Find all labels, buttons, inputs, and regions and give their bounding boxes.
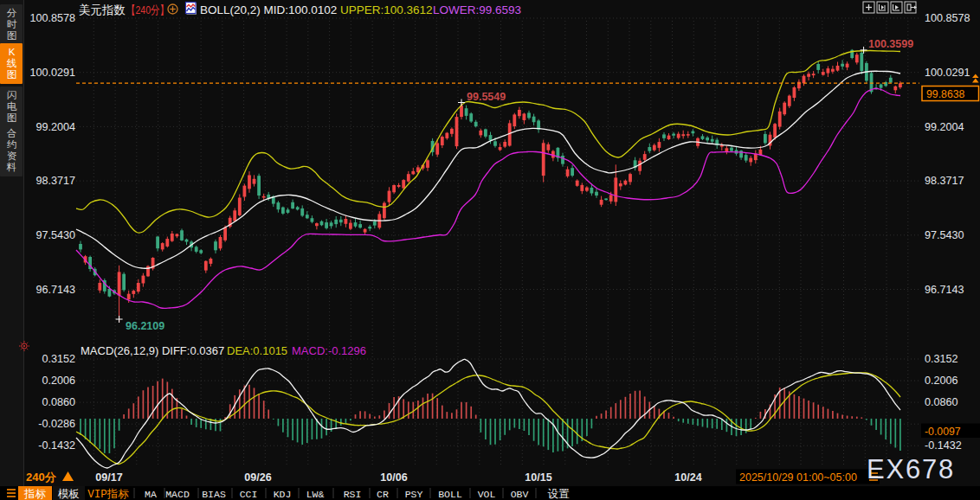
svg-text:OBV: OBV [511,489,529,500]
svg-text:CCI: CCI [240,489,258,500]
svg-text:0.3152: 0.3152 [925,353,958,365]
svg-text:97.5430: 97.5430 [35,229,75,241]
svg-text:09/17: 09/17 [95,471,122,484]
svg-text:闪: 闪 [7,90,17,100]
svg-text:分: 分 [7,8,17,18]
svg-text:96.7143: 96.7143 [925,284,964,296]
svg-text:10/15: 10/15 [525,471,551,484]
svg-text:99.2004: 99.2004 [35,121,75,133]
svg-text:图: 图 [7,69,17,80]
svg-text:98.3717: 98.3717 [35,175,75,187]
svg-text:CR: CR [377,489,389,500]
svg-text:RSI: RSI [344,489,362,500]
svg-text:UPPER:100.3612: UPPER:100.3612 [340,3,433,16]
svg-text:10/06: 10/06 [380,471,407,484]
svg-text:-0.0097: -0.0097 [925,426,961,438]
svg-text:KDJ: KDJ [274,489,292,500]
svg-text:DEA:0.1015: DEA:0.1015 [227,344,287,357]
svg-text:-0.1432: -0.1432 [38,439,75,452]
svg-text:99.2004: 99.2004 [925,121,964,133]
svg-text:99.5549: 99.5549 [467,91,506,103]
svg-text:合: 合 [7,128,17,138]
svg-text:MACD(26,12,9) DIFF:0.0367: MACD(26,12,9) DIFF:0.0367 [81,344,224,357]
svg-text:240分: 240分 [26,471,57,484]
svg-text:97.5430: 97.5430 [925,229,964,241]
svg-text:模板: 模板 [57,488,80,500]
svg-text:-0.1432: -0.1432 [925,439,962,452]
svg-text:0.3152: 0.3152 [42,353,75,365]
svg-text:09/26: 09/26 [244,471,271,484]
svg-text:0.0860: 0.0860 [42,396,75,408]
svg-text:0.2006: 0.2006 [42,375,75,387]
svg-text:MACD:-0.1296: MACD:-0.1296 [292,344,366,357]
svg-text:2025/10/29 01:00~05:00: 2025/10/29 01:00~05:00 [739,471,857,484]
svg-text:LOWER:99.6593: LOWER:99.6593 [433,3,521,16]
svg-text:K: K [9,47,16,57]
svg-text:0.0860: 0.0860 [925,396,958,408]
svg-text:资: 资 [7,151,17,161]
svg-text:【240分】: 【240分】 [126,3,169,16]
svg-text:96.7143: 96.7143 [35,284,75,296]
svg-text:PSY: PSY [405,489,423,500]
svg-text:电: 电 [7,101,17,112]
svg-text:美元指数: 美元指数 [79,3,126,16]
svg-text:设置: 设置 [548,488,571,500]
svg-text:LW&: LW& [306,489,325,500]
svg-text:图: 图 [7,30,17,41]
svg-text:线: 线 [7,58,17,68]
svg-text:0.2006: 0.2006 [925,375,958,387]
svg-text:98.3717: 98.3717 [925,175,964,187]
svg-text:MACD: MACD [165,489,190,500]
svg-text:BOLL(20,2) MID:100.0102: BOLL(20,2) MID:100.0102 [200,3,337,16]
svg-text:BOLL: BOLL [438,489,462,500]
svg-text:100.0291: 100.0291 [925,67,970,79]
svg-text:100.8578: 100.8578 [29,12,75,24]
svg-text:EX678: EX678 [867,454,955,484]
svg-text:99.8638: 99.8638 [926,88,965,100]
svg-text:时: 时 [7,19,17,29]
svg-text:-0.0286: -0.0286 [38,418,75,430]
svg-text:料: 料 [6,162,17,172]
svg-text:96.2109: 96.2109 [126,320,164,332]
svg-text:MA: MA [145,489,157,500]
svg-text:100.8578: 100.8578 [925,12,970,24]
svg-text:100.0291: 100.0291 [29,67,75,79]
svg-text:约: 约 [7,139,17,150]
svg-text:指标: 指标 [23,488,47,500]
svg-text:BIAS: BIAS [202,489,226,500]
svg-text:图: 图 [7,112,17,123]
svg-text:10/24: 10/24 [674,471,701,484]
svg-text:100.3599: 100.3599 [868,38,913,50]
svg-text:VOL: VOL [478,489,496,500]
svg-text:VIP指标: VIP指标 [87,488,129,500]
